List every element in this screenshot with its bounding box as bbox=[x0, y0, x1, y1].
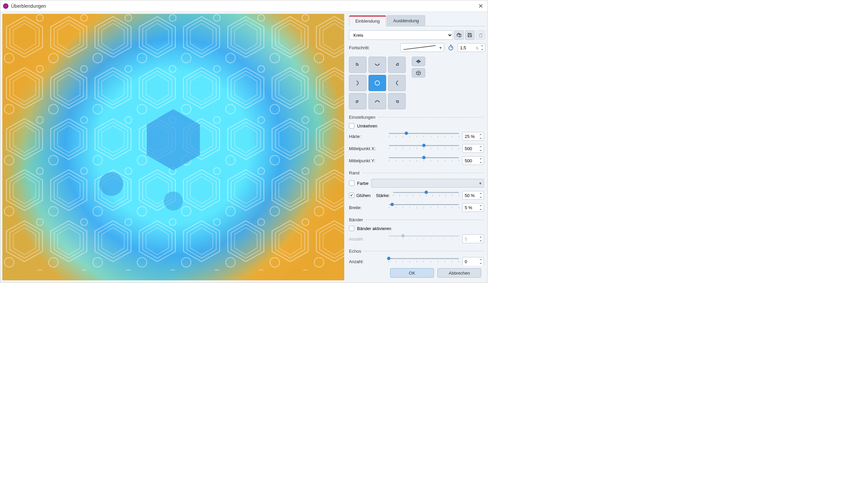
dir-right[interactable] bbox=[388, 75, 406, 91]
random-icon[interactable] bbox=[454, 30, 464, 40]
width-slider[interactable] bbox=[389, 203, 459, 211]
settings-panel: Einblendung Ausblendung Kreis Fortschri bbox=[349, 14, 485, 280]
settings-scroll[interactable]: Einstellungen Umkehren Härte: 25 %▴▾ ⋮⋮ … bbox=[349, 55, 485, 265]
dir-bottom-right[interactable] bbox=[388, 93, 406, 109]
hardness-label: Härte: bbox=[349, 134, 385, 139]
midx-slider[interactable] bbox=[389, 144, 459, 153]
glow-checkbox[interactable] bbox=[349, 193, 354, 198]
direction-grid bbox=[349, 57, 406, 109]
dir-top-right[interactable] bbox=[388, 57, 406, 73]
color-label: Farbe bbox=[357, 181, 369, 186]
tab-ausblendung[interactable]: Ausblendung bbox=[387, 15, 425, 26]
invert-checkbox[interactable] bbox=[349, 123, 354, 128]
bands-enable-label: Bänder aktivieren bbox=[357, 226, 391, 231]
glow-label: Glühen bbox=[356, 193, 371, 198]
strength-slider[interactable] bbox=[393, 191, 459, 199]
section-echoes: Echos bbox=[349, 249, 361, 254]
svg-point-11 bbox=[375, 81, 379, 85]
bands-count-input: 5▴▾ bbox=[462, 234, 484, 243]
midy-input[interactable]: 500▴▾ bbox=[462, 156, 484, 165]
preview-area bbox=[2, 14, 344, 280]
tab-einblendung[interactable]: Einblendung bbox=[349, 15, 386, 26]
midy-slider[interactable] bbox=[389, 157, 459, 165]
midx-input[interactable]: 500▴▾ bbox=[462, 144, 484, 153]
svg-point-8 bbox=[164, 192, 183, 211]
tab-bar: Einblendung Ausblendung bbox=[349, 15, 485, 26]
section-border: Rand bbox=[349, 170, 359, 176]
dialog-footer: OK Abbrechen bbox=[349, 265, 485, 280]
save-preset-icon[interactable] bbox=[465, 30, 475, 40]
invert-label: Umkehren bbox=[357, 124, 377, 128]
preset-select[interactable]: Kreis bbox=[349, 30, 453, 40]
midy-label: Mittelpunkt Y: bbox=[349, 158, 385, 163]
bands-enable-checkbox[interactable] bbox=[349, 226, 354, 231]
dir-top-left[interactable] bbox=[349, 57, 366, 73]
bands-count-label: Anzahl: bbox=[349, 237, 385, 242]
hardness-input[interactable]: 25 %▴▾ bbox=[462, 132, 484, 141]
hardness-slider[interactable] bbox=[389, 132, 459, 140]
progress-curve-select[interactable]: ▾ bbox=[400, 43, 444, 52]
color-checkbox[interactable] bbox=[349, 180, 354, 186]
strength-input[interactable]: 50 %▴▾ bbox=[462, 191, 484, 200]
echo-count-label: Anzahl: bbox=[349, 259, 385, 264]
titlebar: Überblendungen ✕ bbox=[0, 0, 487, 12]
width-label: Breite: bbox=[349, 205, 385, 210]
dir-left[interactable] bbox=[349, 75, 366, 91]
bands-count-slider bbox=[389, 235, 459, 243]
dir-top[interactable] bbox=[369, 57, 386, 73]
dir-bottom[interactable] bbox=[369, 93, 386, 109]
delete-preset-icon bbox=[476, 30, 485, 40]
dir-bottom-left[interactable] bbox=[349, 93, 366, 109]
svg-point-7 bbox=[100, 172, 124, 196]
section-settings: Einstellungen bbox=[349, 115, 375, 120]
preview-pattern bbox=[2, 14, 344, 271]
width-input[interactable]: 5 %▴▾ bbox=[462, 203, 484, 212]
dialog-window: Überblendungen ✕ bbox=[0, 0, 488, 283]
mode-cube-icon[interactable] bbox=[412, 68, 425, 77]
app-icon bbox=[3, 3, 8, 9]
midx-label: Mittelpunkt X: bbox=[349, 146, 385, 151]
echo-count-input[interactable]: 0▴▾ bbox=[462, 257, 484, 265]
mode-3d-icon[interactable] bbox=[412, 57, 425, 66]
color-select[interactable]: ▾ bbox=[371, 179, 484, 188]
progress-label: Fortschritt: bbox=[349, 45, 370, 50]
cancel-button[interactable]: Abbrechen bbox=[437, 268, 481, 277]
dialog-title: Überblendungen bbox=[11, 3, 477, 9]
strength-label: Stärke: bbox=[376, 193, 390, 198]
duration-input[interactable]: 1,5s ▴▾ bbox=[458, 43, 485, 52]
reorder-handle-icon[interactable]: ⋮⋮ bbox=[349, 146, 351, 151]
stopwatch-icon[interactable] bbox=[447, 43, 455, 52]
close-icon[interactable]: ✕ bbox=[477, 2, 485, 10]
svg-line-9 bbox=[403, 45, 436, 50]
ok-button[interactable]: OK bbox=[390, 268, 434, 277]
dir-center[interactable] bbox=[369, 75, 386, 91]
section-bands: Bänder bbox=[349, 217, 363, 222]
echo-count-slider[interactable] bbox=[389, 258, 459, 265]
